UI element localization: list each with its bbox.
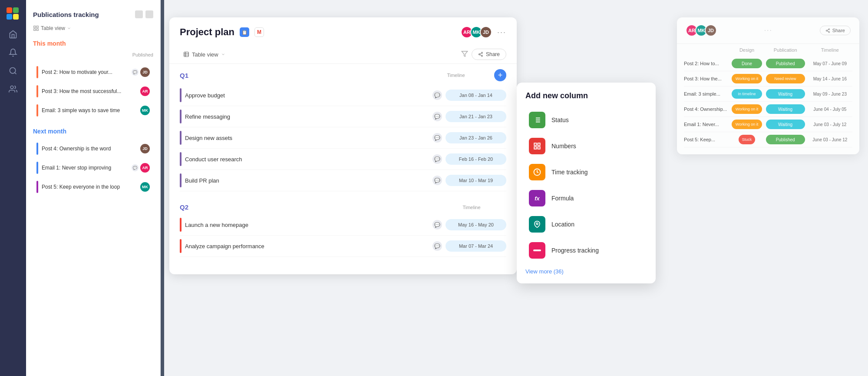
window-title-row: Project plan 📋 M AR MK JD ···: [180, 26, 506, 38]
sidebar-item-home[interactable]: [8, 30, 18, 39]
dropdown-title: Add new column: [525, 91, 647, 100]
sidebar-item-search[interactable]: [8, 66, 18, 76]
table-view-button[interactable]: Table view: [180, 50, 229, 60]
post-indicator: [36, 181, 38, 193]
row-name: Post 5: Keep...: [684, 137, 729, 142]
screen-wrapper: Publications tracking Table view This mo…: [0, 0, 868, 376]
comment-icon[interactable]: 💬: [432, 220, 442, 230]
svg-rect-7: [34, 26, 36, 28]
comment-icon[interactable]: 💬: [432, 176, 442, 185]
table-row[interactable]: Email: 3 simple... In timeline Waiting M…: [684, 87, 852, 102]
avatar: MK: [140, 106, 150, 115]
more-menu-button[interactable]: ···: [497, 28, 506, 37]
publication-badge: Waiting: [766, 104, 805, 114]
comment-icon: 💬: [132, 69, 139, 76]
comment-icon[interactable]: 💬: [432, 241, 442, 251]
option-name: Status: [551, 116, 569, 123]
column-option-status[interactable]: Status: [525, 107, 647, 133]
post-name: Post 3: How the most successful...: [42, 88, 128, 94]
sidebar-item-people[interactable]: [8, 84, 18, 94]
svg-point-6: [10, 86, 13, 89]
column-option-formula[interactable]: fx Formula: [525, 186, 647, 211]
timeline-text: May 07 - June 09: [808, 61, 852, 66]
list-item[interactable]: Email 1: Never stop improving 💬 AR: [33, 159, 153, 176]
post-indicator: [36, 66, 38, 78]
row-name: Post 3: How the...: [684, 76, 729, 81]
window-title-right: AR MK JD ···: [461, 26, 506, 38]
sidebar-item-notifications[interactable]: [8, 48, 18, 57]
share-button[interactable]: Share: [820, 26, 851, 35]
design-badge: Done: [732, 59, 762, 68]
post-indicator: [36, 85, 38, 97]
comment-icon[interactable]: 💬: [432, 133, 442, 143]
task-timeline: Jan 23 - Jan 26: [446, 132, 506, 143]
timeline-text: June 04 - July 05: [808, 107, 852, 112]
option-name: Numbers: [551, 143, 576, 150]
task-name: Conduct user research: [185, 156, 429, 163]
timeline-text: May 09 - June 23: [808, 92, 852, 96]
table-row[interactable]: Post 2: How to... Done Published May 07 …: [684, 56, 852, 71]
comment-icon[interactable]: 💬: [432, 154, 442, 164]
column-option-location[interactable]: Location: [525, 212, 647, 237]
row-name: Post 4: Ownership...: [684, 106, 729, 112]
add-column-button[interactable]: +: [494, 69, 506, 81]
svg-rect-10: [36, 29, 38, 30]
task-timeline: Mar 10 - Mar 19: [446, 175, 506, 186]
panel-icon-1[interactable]: [135, 10, 143, 18]
comment-icon: 💬: [132, 164, 139, 171]
svg-point-36: [828, 31, 830, 33]
task-name: Design new assets: [185, 135, 429, 141]
avatar: JD: [705, 24, 717, 37]
add-column-dropdown: Add new column Status Numbers Time track…: [517, 83, 656, 283]
comment-icon[interactable]: 💬: [432, 112, 442, 121]
view-more-link[interactable]: View more (36): [525, 268, 647, 275]
list-item[interactable]: Post 3: How the most successful... AR: [33, 83, 153, 100]
task-name: Refine messaging: [185, 113, 429, 120]
list-item[interactable]: Post 5: Keep everyone in the loop MK: [33, 178, 153, 196]
view-selector[interactable]: Table view: [33, 25, 153, 31]
numbers-icon: [529, 138, 545, 154]
table-row[interactable]: Email 1: Never... Working on it Waiting …: [684, 117, 852, 132]
svg-point-35: [826, 30, 827, 31]
svg-rect-28: [538, 143, 540, 145]
table-row[interactable]: Refine messaging 💬 Jan 21 - Jan 23: [180, 106, 506, 127]
share-button[interactable]: Share: [472, 49, 506, 60]
app-logo[interactable]: [6, 7, 20, 21]
table-row[interactable]: Launch a new homepage 💬 May 16 - May 20: [180, 214, 506, 236]
svg-line-38: [827, 29, 828, 30]
q2-label: Q2: [180, 203, 188, 211]
list-item[interactable]: Post 4: Ownership is the word JD: [33, 140, 153, 157]
more-menu-button[interactable]: ···: [764, 27, 772, 34]
main-content: Project plan 📋 M AR MK JD ···: [161, 0, 868, 376]
publication-badge: Published: [766, 135, 805, 144]
svg-point-34: [828, 28, 830, 30]
view-label: Table view: [41, 25, 65, 31]
post-icons: AR: [132, 87, 150, 96]
list-item[interactable]: Email: 3 simple ways to save time MK: [33, 102, 153, 119]
filter-icon[interactable]: [461, 50, 468, 59]
table-row[interactable]: Approve budget 💬 Jan 08 - Jan 14: [180, 85, 506, 106]
comment-icon[interactable]: 💬: [432, 90, 442, 100]
table-row[interactable]: Post 5: Keep... Stuck Published June 03 …: [684, 132, 852, 147]
table-row[interactable]: Conduct user research 💬 Feb 16 - Feb 20: [180, 149, 506, 170]
table-row[interactable]: Analyze campaign performance 💬 Mar 07 - …: [180, 236, 506, 257]
q2-header: Q2 Timeline: [180, 198, 506, 214]
panel-icon-2[interactable]: [145, 10, 153, 18]
svg-marker-15: [462, 51, 467, 57]
formula-icon: fx: [529, 190, 545, 206]
table-row[interactable]: Post 4: Ownership... Working on it Waiti…: [684, 102, 852, 117]
share-label: Share: [832, 28, 845, 33]
column-option-progress-tracking[interactable]: Progress tracking: [525, 238, 647, 263]
table-row[interactable]: Build PR plan 💬 Mar 10 - Mar 19: [180, 170, 506, 191]
table-row[interactable]: Design new assets 💬 Jan 23 - Jan 26: [180, 127, 506, 149]
task-timeline: Mar 07 - Mar 24: [446, 240, 506, 252]
option-name: Formula: [551, 195, 574, 202]
column-option-numbers[interactable]: Numbers: [525, 133, 647, 159]
column-option-time-tracking[interactable]: Time tracking: [525, 160, 647, 185]
table-row[interactable]: Post 3: How the... Working on it Need re…: [684, 71, 852, 87]
task-bar: [180, 152, 182, 166]
right-panel: AR MK JD ··· Share Design Publication Ti…: [677, 17, 859, 154]
task-timeline: Feb 16 - Feb 20: [446, 153, 506, 165]
avatar: AR: [140, 87, 150, 96]
list-item[interactable]: Post 2: How to motivate your... 💬 JD: [33, 63, 153, 81]
